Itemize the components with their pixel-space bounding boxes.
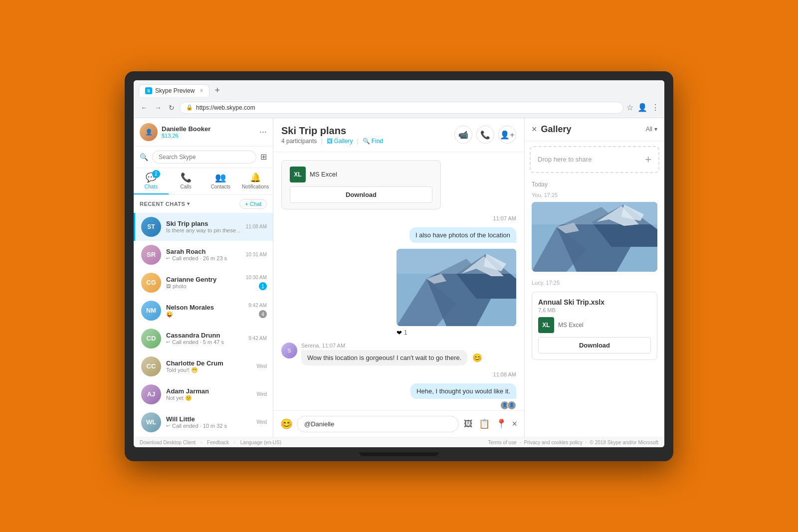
chat-name-adam: Adam Jarman (166, 387, 252, 395)
chat-preview-nelson: 😜 (166, 311, 243, 318)
contact-share-btn[interactable]: 📋 (478, 417, 491, 430)
browser-tab-skype[interactable]: S Skype Preview × (139, 84, 209, 97)
serena-msg-content: Serena, 11:07 AM Wow this location is go… (301, 343, 484, 365)
chat-meta-nelson: 9:42 AM 4 (248, 303, 267, 318)
address-bar[interactable]: 🔒 https://web.skype.com (180, 102, 623, 114)
outgoing-msg-location: I also have photos of the location (409, 227, 516, 243)
gallery-file-meta: Lucy, 17:25 (525, 279, 664, 287)
chat-item-will[interactable]: WL Will Little ↩ Call ended · 10 m 32 s … (134, 408, 273, 436)
laptop-screen: S Skype Preview × + ← → ↻ 🔒 https://web.… (134, 80, 664, 447)
new-tab-btn[interactable]: + (211, 85, 223, 96)
message-input[interactable] (297, 416, 459, 432)
chat-info-cassandra: Cassandra Drunn ↩ Call ended · 5 m 47 s (166, 332, 243, 345)
gallery-filter[interactable]: All ▾ (646, 126, 657, 133)
dialpad-btn[interactable]: ⊞ (260, 152, 267, 162)
tab-close-btn[interactable]: × (200, 87, 203, 94)
chat-preview-will: ↩ Call ended · 10 m 32 s (166, 423, 252, 429)
emoji-react-btn[interactable]: 😊 (470, 353, 484, 362)
lock-icon: 🔒 (186, 104, 193, 111)
search-icon: 🔍 (140, 153, 148, 161)
new-chat-btn[interactable]: + Chat (239, 199, 267, 209)
find-link[interactable]: 🔍 Find (363, 138, 383, 145)
file-header: XL MS Excel (290, 167, 432, 182)
tab-notifications-label: Notifications (242, 184, 269, 189)
footer-sep4: · (586, 440, 587, 445)
drop-zone[interactable]: Drop here to share + (530, 146, 659, 173)
chat-name-ski: Ski Trip plans (166, 220, 241, 227)
bookmark-btn[interactable]: ☆ (626, 103, 633, 112)
nav-tabs: 2 💬 Chats 📞 Calls 👥 Contacts 🔔 Not (134, 168, 273, 195)
emoji-picker-btn[interactable]: 😊 (280, 418, 293, 430)
chat-title-area: Ski Trip plans 4 participants | 🖼 Galler… (281, 125, 383, 145)
image-upload-btn[interactable]: 🖼 (463, 418, 474, 430)
timestamp-1107: 11:07 AM (281, 215, 516, 221)
chat-item-adam[interactable]: AJ Adam Jarman Not yet 😕 Wed (134, 380, 273, 408)
chat-item-carianne[interactable]: CG Carianne Gentry 🖼 photo 10:30 AM 1 (134, 269, 273, 297)
sidebar: 👤 Danielle Booker $13,26 ··· 🔍 ⊞ (134, 118, 273, 437)
clear-mention-btn[interactable]: × (512, 419, 517, 429)
chat-item-charlotte[interactable]: CC Charlotte De Crum Told you!! 😁 Wed (134, 353, 273, 380)
chat-meta-adam: Wed (257, 391, 267, 397)
file-download-btn[interactable]: Download (290, 186, 432, 203)
chat-item-sarah[interactable]: SR Sarah Roach ↩ Call ended · 26 m 23 s … (134, 241, 273, 269)
browser-tabs: S Skype Preview × + (139, 84, 659, 97)
file-message: XL MS Excel Download (281, 160, 441, 209)
recent-chats-header: RECENT CHATS ▾ + Chat (134, 195, 273, 213)
chat-meta-ski: 11:08 AM (246, 224, 267, 229)
search-bar: 🔍 ⊞ (134, 147, 273, 168)
chat-title: Ski Trip plans (281, 125, 383, 137)
footer-terms-link[interactable]: Terms of use (488, 440, 516, 445)
chat-preview-sarah: ↩ Call ended · 26 m 23 s (166, 255, 241, 261)
tab-chats[interactable]: 2 💬 Chats (134, 168, 169, 194)
browser-menu-btn[interactable]: ⋮ (651, 103, 659, 112)
add-participant-btn[interactable]: 👤+ (498, 126, 516, 144)
outgoing-bubble-2: Hehe, I thought you would like it. (410, 383, 516, 399)
reaction-count: 1 (404, 329, 407, 336)
chat-time-nelson: 9:42 AM (248, 303, 267, 308)
chat-avatar-carianne: CG (141, 273, 161, 293)
chat-name-charlotte: Charlotte De Crum (166, 359, 252, 367)
footer-right: Terms of use · Privacy and cookies polic… (488, 440, 658, 445)
main-chat: Ski Trip plans 4 participants | 🖼 Galler… (273, 118, 525, 437)
forward-btn[interactable]: → (153, 103, 164, 113)
chat-item-ski[interactable]: ST Ski Trip plans Is there any way to pi… (134, 213, 273, 241)
video-call-btn[interactable]: 📹 (454, 126, 472, 144)
chat-item-cassandra[interactable]: CD Cassandra Drunn ↩ Call ended · 5 m 47… (134, 325, 273, 353)
location-btn[interactable]: 📍 (495, 417, 508, 430)
voice-call-btn[interactable]: 📞 (476, 126, 494, 144)
footer-language-link[interactable]: Language (en-US) (240, 440, 281, 445)
chat-avatar-ski: ST (141, 217, 161, 237)
footer-download-link[interactable]: Download Desktop Client (140, 440, 196, 445)
gallery-title: Gallery (541, 124, 572, 135)
gallery-link[interactable]: 🖼 Gallery (327, 138, 353, 145)
outgoing-photo (397, 249, 516, 326)
chat-avatar-will: WL (141, 412, 161, 432)
chat-meta-will: Wed (257, 419, 267, 425)
chat-item-nelson[interactable]: NM Nelson Morales 😜 9:42 AM 4 (134, 297, 273, 325)
back-btn[interactable]: ← (139, 103, 150, 113)
chat-time-will: Wed (257, 419, 267, 425)
gallery-close-btn[interactable]: × (532, 124, 537, 135)
find-link-icon: 🔍 (363, 138, 370, 145)
sidebar-header: 👤 Danielle Booker $13,26 ··· (134, 118, 273, 147)
tab-calls[interactable]: 📞 Calls (169, 168, 203, 194)
more-options-btn[interactable]: ··· (259, 127, 267, 137)
profile-btn[interactable]: 👤 (637, 103, 647, 112)
chat-item-angus[interactable]: AM Angus McNeil You need a day off! Wed (134, 436, 273, 437)
input-area: 😊 🖼 📋 📍 × (273, 410, 524, 437)
gallery-download-btn[interactable]: Download (538, 337, 651, 354)
chat-preview-carianne: 🖼 photo (166, 283, 241, 289)
gallery-link-icon: 🖼 (327, 138, 333, 145)
footer-feedback-link[interactable]: Feedback (207, 440, 229, 445)
gallery-file-type: MS Excel (558, 322, 584, 329)
notifications-icon: 🔔 (250, 172, 261, 183)
search-input[interactable] (152, 151, 256, 164)
footer-privacy-link[interactable]: Privacy and cookies policy (524, 440, 583, 445)
laptop-notch (359, 452, 439, 456)
contacts-icon: 👥 (215, 172, 226, 183)
chat-avatar-cassandra: CD (141, 329, 161, 349)
tab-notifications[interactable]: 🔔 Notifications (238, 168, 273, 194)
reload-btn[interactable]: ↻ (167, 103, 177, 113)
incoming-msg-serena: S Serena, 11:07 AM Wow this location is … (281, 343, 516, 365)
tab-contacts[interactable]: 👥 Contacts (203, 168, 238, 194)
